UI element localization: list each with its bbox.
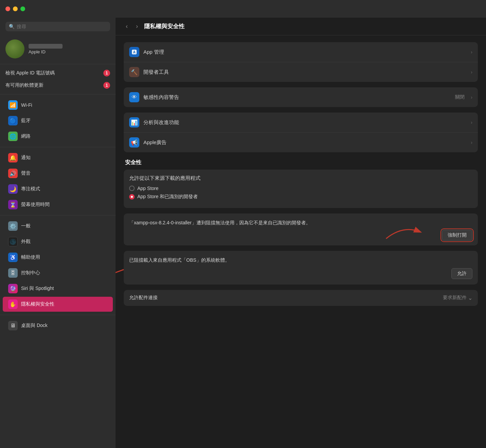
sidebar-divider-1 <box>0 94 116 94</box>
appearance-icon: 🌑 <box>8 237 18 246</box>
developer-tools-label: 開發者工具 <box>143 69 467 75</box>
sidebar-item-notifications[interactable]: 🔔 通知 <box>3 150 113 165</box>
network-icon: 🌐 <box>8 132 18 141</box>
row-developer-tools[interactable]: 🔨 開發者工具 › <box>124 62 478 82</box>
security-section-title: 安全性 <box>124 159 478 166</box>
sidebar-item-sound-label: 聲音 <box>21 170 31 176</box>
warning-box: 「xampp-osx-8.2.4-0-installer」遭到阻擋無法使用，因為… <box>124 213 478 245</box>
sidebar-item-desktop-dock-label: 桌面與 Dock <box>21 323 48 329</box>
sidebar: 🔍 Apple ID 檢視 Apple ID 電話號碼 1 有可用的軟體更新 1… <box>0 18 116 448</box>
sidebar-item-privacy[interactable]: ✋ 隱私權與安全性 <box>3 297 113 312</box>
security-inner: 允許從以下來源下載的應用程式 App Store App Store 和已識別的… <box>124 170 478 208</box>
sidebar-item-general-label: 一般 <box>21 223 31 229</box>
chevron-icon-1: › <box>471 49 472 55</box>
arrow-annotation <box>383 222 423 242</box>
radio-app-store-developers-label: App Store 和已識別的開發者 <box>137 194 198 200</box>
wifi-icon: 📶 <box>8 100 18 110</box>
security-subtitle: 允許從以下來源下載的應用程式 <box>129 175 472 182</box>
close-button[interactable] <box>5 6 10 11</box>
apple-id-label: Apple ID <box>29 49 63 54</box>
chevron-icon-3: › <box>471 94 472 100</box>
content-area: ‹ › 隱私權與安全性 A App 管理 › 🔨 開發者工具 › <box>116 18 486 448</box>
sensitive-content-label: 敏感性內容警告 <box>143 94 451 101</box>
developer-tools-icon: 🔨 <box>129 67 139 77</box>
sidebar-item-accessibility[interactable]: ♿ 輔助使用 <box>3 250 113 265</box>
sidebar-item-siri[interactable]: 🔮 Siri 與 Spotlight <box>3 281 113 296</box>
row-app-management[interactable]: A App 管理 › <box>124 42 478 62</box>
apple-id-name-blurred <box>29 44 63 49</box>
minimize-button[interactable] <box>13 6 18 11</box>
connector-row[interactable]: 允許配件連接 要求新配件 ⌄ <box>124 290 478 306</box>
sidebar-item-siri-label: Siri 與 Spotlight <box>21 286 54 292</box>
radio-app-store-developers[interactable]: App Store 和已識別的開發者 <box>129 194 472 200</box>
sidebar-item-sound[interactable]: 🔊 聲音 <box>3 166 113 181</box>
sidebar-item-general[interactable]: ⚙️ 一般 <box>3 219 113 234</box>
accessibility-icon: ♿ <box>8 253 18 262</box>
sidebar-item-screen-time[interactable]: ⌛ 螢幕使用時間 <box>3 197 113 212</box>
row-apple-ads[interactable]: 📢 Apple廣告 › <box>124 133 478 152</box>
warning-text: 「xampp-osx-8.2.4-0-installer」遭到阻擋無法使用，因為… <box>129 220 311 225</box>
sidebar-item-control-center-label: 控制中心 <box>21 270 40 276</box>
sidebar-item-wifi[interactable]: 📶 Wi-Fi <box>3 98 113 113</box>
chevron-icon-5: › <box>471 140 472 145</box>
security-card: 允許從以下來源下載的應用程式 App Store App Store 和已識別的… <box>124 170 478 208</box>
general-icon: ⚙️ <box>8 221 18 231</box>
traffic-lights <box>5 6 25 11</box>
connector-label: 允許配件連接 <box>129 295 158 301</box>
notifications-icon: 🔔 <box>8 153 18 162</box>
control-center-icon: 🎛 <box>8 268 18 278</box>
block-text: 已阻擋載入來自應用程式「OBS」的系統軟體。 <box>129 256 472 264</box>
sidebar-item-network[interactable]: 🌐 網路 <box>3 129 113 144</box>
sidebar-item-appearance[interactable]: 🌑 外觀 <box>3 234 113 249</box>
apple-ads-icon: 📢 <box>129 137 139 148</box>
sidebar-item-control-center[interactable]: 🎛 控制中心 <box>3 265 113 280</box>
force-open-button[interactable]: 強制打開 <box>442 230 472 241</box>
sidebar-item-desktop-dock[interactable]: 🖥 桌面與 Dock <box>3 318 113 333</box>
forward-button[interactable]: › <box>134 21 140 31</box>
desktop-dock-icon: 🖥 <box>8 321 18 330</box>
row-sensitive-content[interactable]: 👁 敏感性內容警告 關閉 › <box>124 87 478 107</box>
sidebar-item-privacy-label: 隱私權與安全性 <box>21 301 54 307</box>
badge-1: 1 <box>103 70 110 76</box>
badge-2: 1 <box>103 82 110 89</box>
sidebar-item-apple-id-phone[interactable]: 檢視 Apple ID 電話號碼 1 <box>0 67 116 79</box>
sidebar-item-screen-time-label: 螢幕使用時間 <box>21 202 50 208</box>
search-input[interactable] <box>17 24 107 29</box>
sensitive-content-icon: 👁 <box>129 92 139 102</box>
analytics-icon: 📊 <box>129 117 139 127</box>
sidebar-item-focus-label: 專注模式 <box>21 186 40 192</box>
siri-icon: 🔮 <box>8 284 18 293</box>
connector-chevron-icon: ⌄ <box>468 295 472 301</box>
main-container: 🔍 Apple ID 檢視 Apple ID 電話號碼 1 有可用的軟體更新 1… <box>0 18 486 448</box>
search-bar[interactable]: 🔍 <box>5 22 110 31</box>
radio-app-store-developers-circle <box>129 194 135 200</box>
bluetooth-icon: 🔵 <box>8 116 18 125</box>
analytics-label: 分析與改進功能 <box>143 119 467 126</box>
sidebar-item-software-update[interactable]: 有可用的軟體更新 1 <box>0 79 116 91</box>
connector-value-text: 要求新配件 <box>443 295 467 301</box>
sidebar-item-bluetooth[interactable]: 🔵 藍牙 <box>3 113 113 128</box>
svg-text:A: A <box>133 50 135 54</box>
apple-id-section[interactable]: Apple ID <box>0 35 116 64</box>
radio-app-store[interactable]: App Store <box>129 186 472 191</box>
app-management-label: App 管理 <box>143 49 467 55</box>
back-button[interactable]: ‹ <box>124 21 130 31</box>
sidebar-divider-2 <box>0 147 116 147</box>
connector-value: 要求新配件 ⌄ <box>443 295 472 301</box>
sound-icon: 🔊 <box>8 169 18 178</box>
radio-app-store-label: App Store <box>137 186 158 191</box>
titlebar <box>0 0 486 18</box>
sensitive-content-value: 關閉 <box>455 94 465 100</box>
sidebar-item-accessibility-label: 輔助使用 <box>21 254 40 260</box>
row-analytics[interactable]: 📊 分析與改進功能 › <box>124 113 478 133</box>
content-body: A App 管理 › 🔨 開發者工具 › 👁 敏感性內容警告 關閉 › <box>116 35 486 448</box>
page-title: 隱私權與安全性 <box>144 22 185 30</box>
block-box: 已阻擋載入來自應用程式「OBS」的系統軟體。 允許 <box>124 251 478 284</box>
sidebar-item-focus[interactable]: 🌙 專注模式 <box>3 182 113 196</box>
allow-button[interactable]: 允許 <box>451 268 472 279</box>
maximize-button[interactable] <box>20 6 25 11</box>
apple-ads-label: Apple廣告 <box>143 139 467 146</box>
search-icon: 🔍 <box>9 24 15 29</box>
content-header: ‹ › 隱私權與安全性 <box>116 18 486 35</box>
radio-app-store-circle <box>129 186 135 191</box>
